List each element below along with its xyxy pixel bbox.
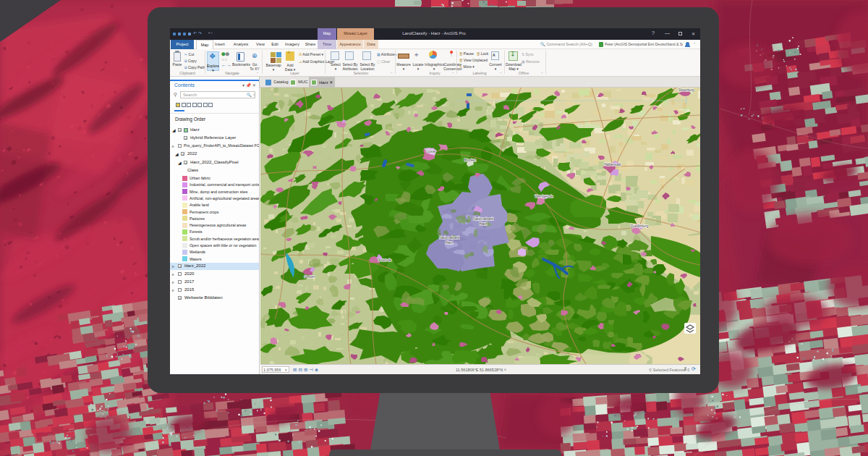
svg-text:Osterode: Osterode (378, 258, 392, 262)
svg-text:Nationalpark: Nationalpark (473, 216, 494, 221)
svg-text:Derenburg: Derenburg (678, 88, 694, 92)
svg-text:Harz: Harz (446, 240, 454, 245)
svg-text:Wernigerode: Wernigerode (535, 195, 553, 198)
svg-text:Brocken: Brocken (464, 159, 477, 162)
svg-text:Seesen: Seesen (304, 275, 315, 279)
svg-text:Quedlinburg: Quedlinburg (631, 224, 649, 228)
svg-text:Harz: Harz (480, 221, 488, 226)
svg-text:Nationalpark: Nationalpark (439, 235, 460, 240)
svg-text:Goslar: Goslar (426, 150, 436, 153)
svg-text:Halberstadt: Halberstadt (604, 163, 621, 166)
